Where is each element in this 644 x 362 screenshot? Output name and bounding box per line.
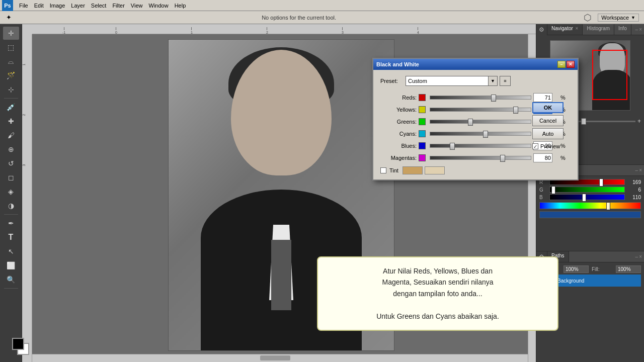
preset-options-btn[interactable]: ≡ (500, 76, 511, 86)
reds-label: Reds: (380, 95, 417, 101)
reds-value[interactable] (533, 93, 552, 102)
r-value: 169 (627, 179, 641, 185)
menu-window[interactable]: Window (146, 2, 172, 10)
cancel-button[interactable]: Cancel (532, 115, 564, 126)
menu-image[interactable]: Image (47, 2, 68, 10)
reds-thumb[interactable] (491, 95, 496, 102)
tab-navigator[interactable]: Navigator × (547, 24, 583, 35)
tool-separator-2 (4, 214, 18, 215)
blues-thumb[interactable] (450, 143, 455, 150)
tint-color-swatch[interactable] (403, 166, 423, 174)
gradient-tool[interactable]: ◈ (3, 185, 19, 198)
zoom-in-icon[interactable]: + (637, 118, 641, 125)
tint-checkbox[interactable] (380, 167, 386, 173)
zoom-tool[interactable]: 🔍 (3, 273, 19, 286)
menu-layer[interactable]: Layer (68, 2, 88, 10)
preview-checkbox[interactable]: ✓ (532, 143, 538, 149)
menu-select[interactable]: Select (88, 2, 110, 10)
crop-tool[interactable]: ⊹ (3, 83, 19, 96)
yellows-thumb[interactable] (513, 107, 518, 114)
cyans-thumb[interactable] (483, 131, 488, 138)
paths-panel-close[interactable]: × (639, 254, 642, 259)
eyedropper-tool[interactable]: 💉 (3, 101, 19, 114)
pen-tool[interactable]: ✒ (3, 217, 19, 230)
magentas-row: Magentas: % (380, 153, 571, 162)
tab-histogram[interactable]: Histogram (583, 24, 614, 35)
cyans-slider[interactable] (430, 132, 531, 136)
current-tool-icon[interactable]: ✦ (3, 12, 14, 23)
tint-row: Tint (380, 166, 571, 174)
magentas-thumb[interactable] (500, 155, 505, 162)
ruler-tick-1: 1 (191, 27, 193, 34)
panel-icon[interactable]: ⚙ (536, 24, 547, 35)
clone-tool[interactable]: ⊕ (3, 143, 19, 156)
auto-button[interactable]: Auto (532, 128, 564, 139)
blues-slider[interactable] (430, 144, 531, 148)
styles-panel-close[interactable]: × (639, 167, 642, 173)
magentas-label: Magentas: (380, 155, 417, 161)
left-tool-panel: ✛ ⬚ ⌓ 🪄 ⊹ 💉 ✚ 🖌 ⊕ ↺ ◻ ◈ ◑ ✒ T ↖ ⬜ 🔍 (0, 24, 22, 362)
ruler-tick-neg1: -1 (62, 27, 65, 34)
blues-color-dot (419, 142, 426, 149)
reds-slider[interactable] (430, 96, 531, 100)
magentas-slider[interactable] (430, 156, 531, 160)
ruler-tick-4: 4 (417, 27, 419, 34)
ps-logo: Ps (2, 0, 13, 11)
nav-panel-minimize[interactable]: – (635, 27, 638, 32)
nav-view-rect (592, 50, 627, 100)
eraser-tool[interactable]: ◻ (3, 171, 19, 184)
bw-dialog-content: Preset: Custom ▼ ≡ Reds: (373, 70, 578, 179)
preset-select[interactable]: Custom (406, 76, 489, 86)
preview-label: Preview (540, 143, 560, 149)
dodge-tool[interactable]: ◑ (3, 199, 19, 212)
marquee-tool[interactable]: ⬚ (3, 41, 19, 54)
quick-select-tool[interactable]: 🪄 (3, 69, 19, 82)
toolbar-bar: ✦ No options for the current tool. ⬡ Wor… (0, 11, 644, 24)
shape-tool[interactable]: ⬜ (3, 259, 19, 272)
dialog-minimize-btn[interactable]: – (557, 61, 566, 68)
preset-dropdown-arrow[interactable]: ▼ (489, 76, 498, 86)
styles-panel-minimize[interactable]: – (635, 167, 638, 173)
healing-tool[interactable]: ✚ (3, 115, 19, 128)
fg-bg-colors[interactable] (7, 335, 15, 360)
magentas-value[interactable] (533, 153, 552, 162)
tooltip-box: Atur Nilai Reds, Yellows, Blues dan Mage… (317, 256, 558, 331)
menu-file[interactable]: File (16, 2, 31, 10)
path-select-tool[interactable]: ↖ (3, 245, 19, 258)
type-tool[interactable]: T (3, 231, 19, 244)
tint-saturation-swatch[interactable] (425, 166, 445, 174)
workspace-selector[interactable]: Workspace ▼ (598, 14, 639, 22)
cyans-label: Cyans: (380, 131, 417, 137)
brush-tool[interactable]: 🖌 (3, 129, 19, 142)
greens-label: Greens: (380, 119, 417, 125)
yellows-slider[interactable] (430, 108, 531, 112)
ok-button[interactable]: OK (532, 102, 564, 113)
menu-view[interactable]: View (128, 2, 146, 10)
fill-input[interactable] (616, 265, 641, 273)
history-brush[interactable]: ↺ (3, 157, 19, 170)
reds-pct: % (560, 95, 571, 101)
horizontal-scrollbar[interactable] (22, 354, 528, 362)
greens-slider[interactable] (430, 120, 531, 124)
paths-panel-minimize[interactable]: – (635, 254, 638, 259)
bw-dialog: Black and White – ✕ Preset: Custom ▼ ≡ (372, 58, 579, 180)
nav-panel-close[interactable]: × (639, 27, 642, 32)
tool-separator-1 (4, 98, 18, 99)
tool-status: No options for the current tool. (14, 15, 584, 21)
menu-edit[interactable]: Edit (31, 2, 47, 10)
menu-filter[interactable]: Filter (109, 2, 127, 10)
bw-dialog-title: Black and White (376, 61, 419, 67)
yellows-label: Yellows: (380, 107, 417, 113)
cyans-color-dot (419, 130, 426, 137)
tab-info[interactable]: Info (614, 24, 631, 35)
magentas-pct: % (560, 155, 571, 161)
greens-thumb[interactable] (468, 119, 473, 126)
menu-help[interactable]: Help (172, 2, 189, 10)
foreground-color[interactable] (12, 338, 24, 350)
lasso-tool[interactable]: ⌓ (3, 55, 19, 68)
move-tool[interactable]: ✛ (3, 27, 19, 40)
dialog-close-btn[interactable]: ✕ (567, 61, 575, 68)
portrait-tie (271, 240, 291, 310)
opacity-input[interactable] (564, 265, 589, 273)
blues-label: Blues: (380, 143, 417, 149)
